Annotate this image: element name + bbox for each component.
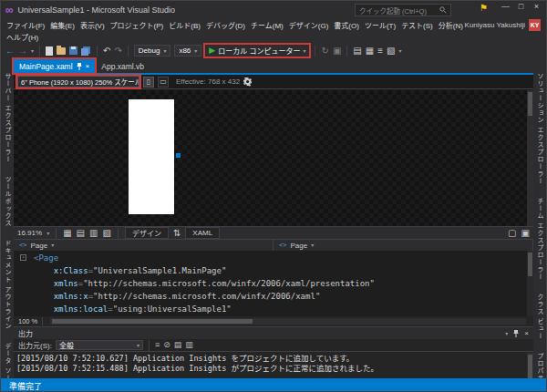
play-icon: ▶	[209, 46, 215, 55]
navigate-back-icon[interactable]: ←	[5, 46, 15, 56]
menu-item[interactable]: デバッグ(D)	[203, 20, 248, 30]
menu-item[interactable]: 分析(N)	[436, 20, 465, 30]
autoscroll-icon[interactable]: ▥	[185, 341, 193, 349]
zoom-level[interactable]: 16.91%	[17, 229, 42, 237]
menu-item[interactable]: テスト(S)	[398, 20, 436, 30]
menu-item[interactable]: 表示(V)	[77, 20, 108, 30]
zoom-dropdown-icon[interactable]: ▾	[46, 231, 49, 236]
word-wrap-icon[interactable]: ▤	[174, 341, 182, 349]
landscape-orientation-button[interactable]: ▭	[158, 77, 169, 88]
breadcrumb[interactable]: <> Page ▾	[14, 240, 274, 251]
swap-panes-icon[interactable]: ⇅	[173, 229, 181, 238]
navigate-dropdown-icon[interactable]: ▾	[31, 48, 34, 54]
design-canvas[interactable]	[14, 90, 533, 226]
status-bar: 準備完了	[1, 378, 546, 392]
output-source-value: 全般	[59, 340, 74, 350]
guides-icon[interactable]: ▧	[103, 229, 111, 238]
menu-item[interactable]: ビルド(B)	[166, 20, 203, 30]
menu-item[interactable]: ツール(T)	[362, 20, 398, 30]
close-tab-icon[interactable]: ×	[86, 63, 90, 70]
minimize-button[interactable]: —	[498, 2, 513, 11]
redo-icon[interactable]: ↷	[114, 46, 121, 56]
line-list-icon[interactable]: ≡	[377, 46, 383, 56]
scrollbar-thumb[interactable]	[528, 92, 532, 116]
show-grid-icon[interactable]: ▦	[63, 229, 71, 238]
xaml-breadcrumb-bar: <> Page ▾ <> Page ▾	[14, 239, 533, 251]
footer-separator	[56, 228, 57, 239]
solution-configuration-combo[interactable]: Debug ▾	[134, 45, 171, 57]
selection-handle[interactable]	[176, 153, 181, 158]
notification-flag-icon[interactable]: ⚑	[480, 4, 488, 13]
expand-pane-icon[interactable]: ▣	[521, 229, 530, 238]
device-selector-combo[interactable]: 6" Phone (1920 x 1080) 250% スケール ▾	[17, 76, 139, 88]
output-pane: 出力 ▾ × 出力元(S): 全般 ▾ ≡ ⊘ ▤ ▥ [2015/08/10 …	[14, 326, 533, 378]
menu-item[interactable]: ファイル(F)	[4, 20, 47, 30]
find-in-files-icon[interactable]: ▤	[353, 46, 361, 56]
snaplines-icon[interactable]: ▥	[89, 229, 98, 238]
scrollbar-thumb[interactable]	[528, 355, 532, 378]
refresh-icon[interactable]: ↻	[321, 46, 328, 56]
user-name[interactable]: Kuniyasu Yakushiji	[465, 21, 525, 29]
code-fold-icon[interactable]: -	[20, 254, 26, 261]
menu-item-help[interactable]: ヘルプ(H)	[4, 32, 41, 42]
menu-item[interactable]: プロジェクト(P)	[108, 20, 167, 30]
stop-icon[interactable]: ▣	[333, 46, 341, 56]
tool-window-tab[interactable]: サーバー エクスプローラー	[1, 73, 14, 163]
clear-all-icon[interactable]: ⊘	[163, 341, 170, 349]
save-all-icon[interactable]	[81, 46, 91, 56]
menu-item[interactable]: 編集(E)	[47, 20, 77, 30]
window-position-icon[interactable]: ▾	[505, 331, 508, 336]
menu-item[interactable]: 書式(O)	[331, 20, 362, 30]
new-file-icon[interactable]	[46, 46, 53, 56]
split-pane-icon[interactable]: ▢	[508, 229, 516, 238]
snap-grid-icon[interactable]: ▤	[77, 229, 85, 238]
solution-platform-combo[interactable]: x86 ▾	[174, 45, 201, 57]
xaml-view-tab[interactable]: XAML	[185, 227, 220, 239]
open-file-icon[interactable]	[57, 47, 66, 55]
scrollbar-thumb[interactable]	[52, 319, 253, 324]
editor-scrollbar[interactable]	[527, 251, 533, 316]
output-scrollbar[interactable]	[527, 353, 533, 378]
tool-window-tab[interactable]: チーム エクスプローラー	[533, 198, 546, 281]
pin-icon[interactable]	[77, 63, 82, 70]
navigate-forward-icon[interactable]: →	[18, 46, 27, 56]
tool-window-tab[interactable]: クラス ビュー	[533, 294, 546, 340]
maximize-button[interactable]: □	[513, 2, 529, 11]
chevron-down-icon: ▾	[137, 343, 139, 348]
display-settings-gear-icon[interactable]	[243, 77, 253, 87]
undo-icon[interactable]: ↶	[103, 46, 110, 56]
toolbox-icon[interactable]: ▦	[366, 46, 374, 56]
breadcrumb-label: Page	[30, 242, 47, 250]
start-debugging-button[interactable]: ▶ ローカル コンピューター ▾	[205, 45, 309, 57]
output-log[interactable]: [2015/08/10 7:52:10.627] Application Ins…	[16, 354, 525, 377]
editor-zoom-control[interactable]: 100 %	[14, 317, 43, 325]
tab-mainpage-xaml[interactable]: MainPage.xaml ×	[14, 59, 95, 73]
designer-footer: 16.91% ▾ ▦ ▤ ▥ ▧ デザイン ⇅ XAML ▢ ▣	[14, 226, 533, 239]
close-button[interactable]: ×	[529, 2, 544, 11]
breadcrumb[interactable]: <> Page ▾	[274, 240, 533, 251]
extra-tools-icon[interactable]: ▧	[387, 46, 395, 56]
effective-resolution-label: Effective: 768 x 432	[176, 77, 240, 86]
tool-window-tab[interactable]: ソリューション エクスプローラー	[533, 73, 546, 185]
messages-list-icon[interactable]: ≡	[155, 341, 160, 349]
close-pane-icon[interactable]: ×	[524, 329, 529, 337]
scrollbar-thumb[interactable]	[528, 253, 532, 276]
designer-scrollbar[interactable]	[527, 90, 533, 226]
pin-icon[interactable]	[513, 330, 519, 337]
design-view-tab[interactable]: デザイン	[125, 227, 169, 239]
avatar[interactable]: KY	[529, 19, 541, 31]
output-source-combo[interactable]: 全般 ▾	[56, 340, 143, 350]
quick-launch-search[interactable]: クイック起動 (Ctrl+Q)	[355, 4, 451, 16]
save-icon[interactable]	[69, 46, 77, 55]
tool-window-tab[interactable]: ドキュメント アウトライン	[1, 240, 14, 330]
device-label: 6" Phone (1920 x 1080) 250% スケール	[21, 77, 139, 87]
menu-item[interactable]: チーム(M)	[248, 20, 286, 30]
tool-window-tab[interactable]: ツールボックス	[1, 176, 14, 227]
portrait-orientation-button[interactable]: ▯	[143, 77, 154, 88]
menu-item[interactable]: デザイン(G)	[286, 20, 332, 30]
phone-artboard[interactable]	[129, 99, 174, 214]
toolbar-options-icon[interactable]: ▾	[399, 48, 402, 54]
editor-horizontal-scrollbar[interactable]	[50, 318, 526, 325]
tab-app-xaml-vb[interactable]: App.xaml.vb	[96, 59, 150, 73]
xaml-editor[interactable]: <Page x:Class="UniversalSample1.MainPage…	[14, 251, 533, 316]
